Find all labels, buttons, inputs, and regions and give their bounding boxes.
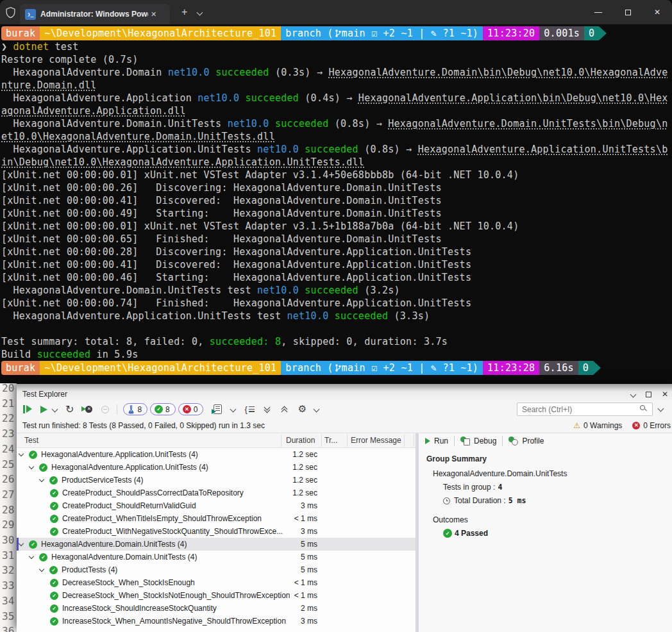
settings-chevron[interactable] [314, 406, 320, 413]
expander-chevron-icon[interactable] [19, 451, 24, 456]
failed-tests-badge[interactable]: ✕ 0 [178, 403, 204, 415]
test-passed-icon: ✓ [29, 540, 37, 549]
test-tree-row[interactable]: ✓CreateProduct_ShouldPassCorrectDataToRe… [17, 486, 416, 499]
terminal-line: Test summary: total: 8, failed: 0, succe… [1, 335, 671, 348]
test-explorer-panel: Test Explorer ✕ ↻ ✕ 8 ✓ 8 [17, 384, 672, 632]
terminal-line: HexagonalAdventure.Domain.UnitTests net1… [1, 117, 671, 130]
profile-button[interactable]: Profile [508, 437, 544, 445]
editor-line-number: 36 [2, 624, 14, 632]
terminal-minimize-button[interactable]: — [584, 0, 613, 24]
panel-close-icon[interactable]: ✕ [662, 390, 668, 398]
search-options-chevron[interactable] [658, 406, 664, 412]
playlist-icon[interactable] [214, 404, 222, 414]
expander-chevron-icon[interactable] [29, 554, 34, 559]
terminal-line: agonalAdventure.Application.dll [1, 104, 671, 117]
warnings-count[interactable]: 0 Warnings [584, 421, 622, 430]
debug-button[interactable]: Debug [460, 437, 496, 445]
test-duration: 5 ms [301, 553, 317, 561]
expander-chevron-icon[interactable] [39, 567, 44, 572]
column-error-message[interactable]: Error Message [351, 436, 401, 445]
errors-count[interactable]: 0 Errors [643, 421, 671, 430]
collapse-all-icon[interactable] [282, 407, 287, 412]
selection-indicator [17, 538, 19, 551]
terminal-line: [xUnit.net 00:00:00.26] Discovering: Hex… [1, 181, 671, 194]
test-tree-row[interactable]: ✓ProductServiceTests (4)1.2 sec [17, 474, 416, 486]
test-duration: 3 ms [301, 501, 317, 510]
test-tree-row[interactable]: ✓IncreaseStock_ShouldIncreaseStockQuanti… [17, 602, 416, 615]
shield-icon [5, 6, 16, 19]
test-name: IncreaseStock_ShouldIncreaseStockQuantit… [62, 604, 217, 613]
test-tree-row[interactable]: ✓HexagonalAdventure.Application.UnitTest… [17, 448, 416, 461]
panel-options-chevron[interactable] [630, 391, 636, 397]
test-tree-row[interactable]: ✓IncreaseStock_When_AmountIsNegative_Sho… [17, 615, 416, 628]
column-duration[interactable]: Duration [286, 436, 315, 445]
prompt-exit-code-segment: 0 [578, 361, 593, 375]
test-duration: 3 ms [301, 527, 317, 536]
cancel-run-icon[interactable]: ✕ [81, 405, 92, 414]
terminal-close-button[interactable]: ✕ [643, 0, 672, 24]
terminal-line: [xUnit.net 00:00:00.01] xUnit.net VSTest… [1, 220, 671, 233]
test-tree-row[interactable]: ✓ProductTests (4)5 ms [17, 563, 416, 576]
settings-gear-icon[interactable]: ⚙ [298, 404, 307, 414]
column-traits[interactable]: Tr... [324, 436, 337, 445]
run-options-chevron[interactable] [52, 406, 58, 413]
column-test[interactable]: Test [24, 436, 38, 445]
test-tree-row[interactable]: ✓HexagonalAdventure.Domain.UnitTests (4)… [17, 551, 416, 563]
tab-close-icon[interactable]: ✕ [151, 10, 156, 19]
expander-chevron-icon[interactable] [29, 464, 34, 469]
prompt-path-segment: ~\Development\HexagonalArchitecture_101 [40, 26, 281, 40]
terminal-output: ❯ dotnet testRestore complete (0.7s) Hex… [1, 40, 671, 361]
test-passed-icon: ✓ [50, 617, 58, 626]
test-passed-icon: ✓ [39, 463, 47, 472]
total-tests-badge[interactable]: 8 [123, 403, 147, 415]
repeat-last-run-icon[interactable]: ↻ [65, 404, 74, 415]
panel-titlebar[interactable]: Test Explorer ✕ [17, 384, 672, 401]
test-tree-row[interactable]: ✓DecreaseStock_When_StockIsNotEnough_Sho… [17, 589, 416, 602]
test-tree-row[interactable]: ✓HexagonalAdventure.Domain.UnitTests (4)… [17, 538, 416, 551]
window-controls: — ✕ [584, 0, 672, 24]
terminal-tab[interactable]: ❯_ Administrator: Windows Powe ✕ [20, 4, 170, 24]
test-name: IncreaseStock_When_AmountIsNegative_Shou… [62, 617, 286, 626]
expander-chevron-icon[interactable] [19, 541, 24, 546]
passed-icon: ✓ [155, 405, 163, 413]
terminal-maximize-button[interactable] [613, 0, 643, 24]
failed-icon: ✕ [183, 405, 191, 413]
test-name: DecreaseStock_When_StockIsEnough [62, 578, 195, 587]
panel-float-icon[interactable] [646, 392, 651, 397]
total-duration-value: 5 ms [508, 496, 526, 505]
terminal-line: HexagonalAdventure.Application net10.0 s… [1, 92, 671, 104]
test-tree-row[interactable]: ✓HexagonalAdventure.Application.UnitTest… [17, 461, 416, 474]
terminal-line: HexagonalAdventure.Domain net10.0 succee… [1, 66, 671, 79]
run-tests-button[interactable] [40, 406, 47, 413]
run-all-tests-button[interactable] [17, 405, 33, 413]
run-button[interactable]: Run [425, 437, 448, 445]
warning-icon: ⚠ [573, 421, 580, 430]
group-by-icon[interactable]: { [244, 404, 254, 414]
test-name: CreateProduct_ShouldReturnValidGuid [62, 501, 196, 510]
terminal-window: ❯_ Administrator: Windows Powe ✕ + — ✕ b… [0, 0, 672, 383]
prompt-powerline-arrow [593, 361, 601, 375]
test-tree-row[interactable]: ✓CreateProduct_ShouldReturnValidGuid3 ms [17, 499, 416, 512]
editor-line-number: 25 [2, 457, 14, 472]
test-name: HexagonalAdventure.Domain.UnitTests (4) [51, 553, 197, 561]
search-icon[interactable] [640, 405, 645, 410]
test-tree-row[interactable]: ✓CreateProduct_WhenTitleIsEmpty_ShouldTh… [17, 512, 416, 525]
terminal-line [1, 322, 671, 335]
expander-chevron-icon[interactable] [39, 477, 44, 482]
test-tree-row[interactable]: ✓DecreaseStock_When_StockIsEnough< 1 ms [17, 576, 416, 589]
editor-line-number: 35 [2, 609, 14, 624]
terminal-line: HexagonalAdventure.Application.UnitTests… [1, 143, 671, 156]
passed-tests-badge[interactable]: ✓ 8 [150, 403, 176, 415]
tab-dropdown-chevron[interactable] [197, 9, 203, 15]
test-passed-icon: ✓ [50, 515, 58, 523]
new-tab-button[interactable]: + [181, 6, 187, 18]
expand-all-icon[interactable] [265, 407, 269, 412]
search-input[interactable] [517, 403, 653, 416]
test-tree-row[interactable]: ✓CreateProduct_WithNegativeStockQuantity… [17, 525, 416, 538]
playlist-options-chevron[interactable] [230, 406, 237, 413]
error-icon: ✕ [632, 422, 640, 429]
test-details-pane: Run Debug Profile Group Summary Hexagona… [419, 433, 672, 632]
editor-line-number: 33 [2, 578, 14, 594]
editor-line-number: 28 [2, 503, 14, 518]
prompt-time-segment: 11:23:28 [483, 361, 539, 375]
